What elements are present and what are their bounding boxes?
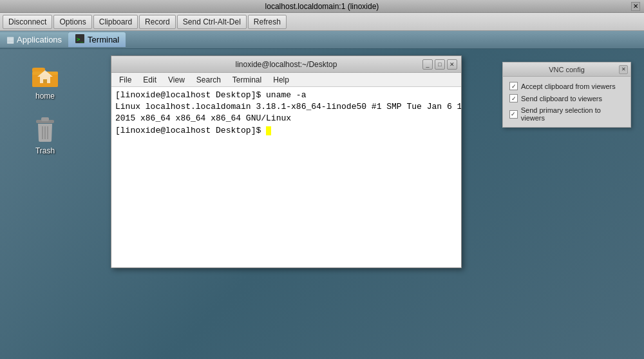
terminal-menu-help[interactable]: Help <box>268 74 294 86</box>
vnc-checkbox-3[interactable]: ✓ <box>509 110 518 119</box>
toolbar: Disconnect Options Clipboard Record Send… <box>0 13 644 31</box>
title-bar: localhost.localdomain:1 (linoxide) ✕ <box>0 0 644 13</box>
window-title: localhost.localdomain:1 (linoxide) <box>265 2 379 11</box>
window-close-button[interactable]: ✕ <box>631 2 640 11</box>
terminal-menu-terminal[interactable]: Terminal <box>227 74 267 86</box>
vnc-checkbox-row-3: ✓ Send primary selection to viewers <box>509 106 624 122</box>
taskbar: ▦ Applications >_ Terminal <box>0 31 644 49</box>
terminal-line-3: 2015 x86_64 x86_64 x86_64 GNU/Linux <box>115 113 457 124</box>
trash-icon-label: Trash <box>33 146 57 156</box>
terminal-cursor <box>266 126 271 135</box>
terminal-window-title: linoxide@localhost:~/Desktop <box>236 60 337 69</box>
terminal-menu-file[interactable]: File <box>114 74 137 86</box>
home-folder-icon <box>30 59 61 90</box>
vnc-checkbox-row-1: ✓ Accept clipboard from viewers <box>509 82 624 90</box>
svg-rect-8 <box>41 117 49 121</box>
vnc-config-panel: VNC config ✕ ✓ Accept clipboard from vie… <box>502 62 631 128</box>
vnc-checkbox-2[interactable]: ✓ <box>509 94 518 102</box>
vnc-checkbox-1[interactable]: ✓ <box>509 82 518 90</box>
terminal-window: linoxide@localhost:~/Desktop _ □ ✕ File … <box>111 55 462 268</box>
terminal-window-buttons: _ □ ✕ <box>422 59 457 70</box>
terminal-menu-search[interactable]: Search <box>191 74 226 86</box>
vnc-checkbox-row-2: ✓ Send clipboard to viewers <box>509 94 624 102</box>
terminal-label: Terminal <box>88 35 119 44</box>
terminal-menu-edit[interactable]: Edit <box>138 74 162 86</box>
terminal-close-button[interactable]: ✕ <box>447 59 457 70</box>
vnc-checkbox-label-2: Send clipboard to viewers <box>521 95 602 102</box>
record-button[interactable]: Record <box>139 15 176 29</box>
terminal-menubar: File Edit View Search Terminal Help <box>111 73 461 87</box>
vnc-panel-titlebar: VNC config ✕ <box>503 63 630 77</box>
terminal-titlebar: linoxide@localhost:~/Desktop _ □ ✕ <box>111 56 461 73</box>
applications-label: Applications <box>17 35 62 44</box>
send-ctrl-alt-del-button[interactable]: Send Ctrl-Alt-Del <box>177 15 247 29</box>
svg-rect-6 <box>43 79 47 83</box>
terminal-line-1: [linoxide@localhost Desktop]$ uname -a <box>115 90 457 101</box>
terminal-svg-icon: >_ <box>75 34 85 44</box>
vnc-checkbox-label-3: Send primary selection to viewers <box>521 106 624 122</box>
terminal-line-2: Linux localhost.localdomain 3.18.1-x86_6… <box>115 101 457 113</box>
vnc-panel-body: ✓ Accept clipboard from viewers ✓ Send c… <box>503 77 630 127</box>
disconnect-button[interactable]: Disconnect <box>3 15 52 29</box>
terminal-taskbar-item[interactable]: >_ Terminal <box>68 32 126 47</box>
clipboard-button[interactable]: Clipboard <box>93 15 138 29</box>
terminal-body[interactable]: [linoxide@localhost Desktop]$ uname -a L… <box>111 87 461 267</box>
home-icon-label: home <box>33 91 57 101</box>
terminal-maximize-button[interactable]: □ <box>435 59 445 70</box>
desktop: home Trash linoxide@localhost:~/Desktop … <box>0 49 644 359</box>
terminal-minimize-button[interactable]: _ <box>422 59 433 70</box>
vnc-checkbox-label-1: Accept clipboard from viewers <box>521 82 616 90</box>
terminal-icon: >_ <box>75 34 85 46</box>
terminal-line-4: [linoxide@localhost Desktop]$ <box>115 125 457 137</box>
trash-bin-icon <box>30 113 61 144</box>
desktop-icon-trash[interactable]: Trash <box>23 113 68 156</box>
vnc-panel-title: VNC config <box>549 66 585 73</box>
vnc-close-button[interactable]: ✕ <box>619 65 628 74</box>
refresh-button[interactable]: Refresh <box>248 15 287 29</box>
options-button[interactable]: Options <box>53 15 91 29</box>
svg-text:>_: >_ <box>77 36 84 43</box>
terminal-menu-view[interactable]: View <box>163 74 190 86</box>
applications-menu[interactable]: ▦ Applications <box>0 32 68 47</box>
desktop-icon-home[interactable]: home <box>23 59 68 101</box>
applications-icon: ▦ <box>6 35 14 44</box>
